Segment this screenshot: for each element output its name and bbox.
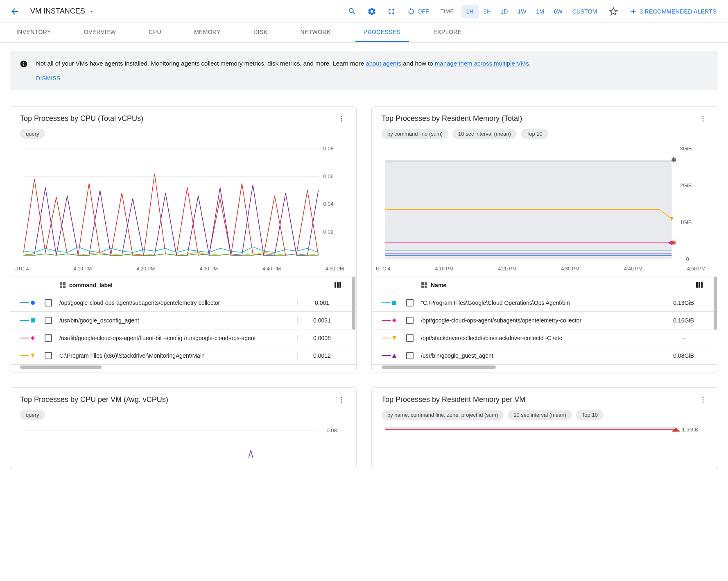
svg-rect-14 — [63, 286, 66, 288]
svg-point-22 — [703, 120, 704, 121]
table-row[interactable]: /usr/lib/google-cloud-ops-agent/fluent-b… — [10, 329, 356, 347]
time-range-6w[interactable]: 6W — [549, 5, 567, 18]
scrollbar-horizontal[interactable] — [382, 365, 708, 370]
breakdown-icon[interactable] — [421, 282, 431, 288]
chip[interactable]: Top 10 — [521, 129, 548, 139]
row-value: 0.0031 — [297, 317, 346, 324]
chart-mem-pervm[interactable]: 1.5GiB — [372, 426, 718, 452]
checkbox[interactable] — [406, 334, 414, 342]
table-row[interactable]: "C:\Program Files\Google\Cloud Operation… — [372, 294, 718, 312]
checkbox[interactable] — [406, 352, 414, 359]
chip[interactable]: by name, command line, zone, project id … — [382, 410, 504, 420]
info-banner: Not all of your VMs have agents installe… — [10, 51, 718, 90]
checkbox[interactable] — [45, 334, 52, 342]
columns-icon[interactable] — [696, 281, 708, 290]
time-range-1m[interactable]: 1M — [531, 5, 549, 18]
tab-bar: INVENTORYOVERVIEWCPUMEMORYDISKNETWORKPRO… — [0, 23, 728, 43]
scrollbar-vertical[interactable] — [714, 277, 717, 330]
chart-cpu-pervm[interactable]: 0.08 — [10, 426, 356, 460]
checkbox[interactable] — [45, 317, 52, 324]
table-row[interactable]: /opt/stackdriver/collectd/sbin/stackdriv… — [372, 329, 718, 347]
breakdown-icon[interactable] — [59, 282, 69, 288]
chip[interactable]: 10 sec interval (mean) — [508, 410, 572, 420]
card-mem-total: Top Processes by Resident Memory (Total)… — [371, 106, 718, 372]
row-value: 0.08GiB — [659, 352, 708, 359]
scrollbar-vertical[interactable] — [352, 277, 355, 330]
checkbox[interactable] — [406, 317, 414, 324]
svg-rect-11 — [60, 282, 62, 285]
table-row[interactable]: /usr/bin/google_guest_agent 0.08GiB — [372, 347, 718, 365]
table-row[interactable]: /opt/google-cloud-ops-agent/subagents/op… — [372, 312, 718, 329]
col-header-name[interactable]: Name — [431, 282, 696, 288]
tab-inventory[interactable]: INVENTORY — [8, 23, 59, 42]
more-icon[interactable] — [337, 395, 346, 405]
chip[interactable]: by command line (sum) — [382, 129, 448, 139]
tab-network[interactable]: NETWORK — [292, 23, 339, 42]
checkbox[interactable] — [406, 299, 414, 306]
svg-text:✱: ✱ — [671, 156, 676, 163]
columns-icon[interactable] — [334, 281, 346, 290]
chip[interactable]: query — [20, 129, 45, 139]
search-icon[interactable] — [344, 3, 360, 20]
table-row[interactable]: C:\Program Files (x86)\Stackdriver\Monit… — [10, 347, 356, 365]
table-row[interactable]: /opt/google-cloud-ops-agent/subagents/op… — [10, 294, 356, 312]
chart-cpu-total[interactable]: 0.020.040.060.08 — [10, 145, 356, 263]
table-row[interactable]: /usr/bin/google_osconfig_agent 0.0031 — [10, 312, 356, 329]
timezone-label: UTC-4 — [14, 266, 29, 272]
time-range-custom[interactable]: CUSTOM — [567, 5, 602, 18]
favorite-icon[interactable] — [605, 3, 622, 20]
svg-text:0.08: 0.08 — [323, 145, 334, 152]
more-icon[interactable] — [698, 114, 708, 124]
tab-overview[interactable]: OVERVIEW — [76, 23, 124, 42]
manage-vms-link[interactable]: manage them across multiple VMs — [435, 60, 529, 67]
tab-disk[interactable]: DISK — [245, 23, 276, 42]
checkbox[interactable] — [45, 352, 52, 359]
time-range-1w[interactable]: 1W — [513, 5, 531, 18]
chip[interactable]: Top 10 — [576, 410, 604, 420]
svg-rect-39 — [696, 282, 698, 288]
tab-cpu[interactable]: CPU — [140, 23, 170, 42]
time-range-6h[interactable]: 6H — [479, 5, 496, 18]
chevron-down-icon — [88, 9, 94, 14]
card-cpu-total: Top Processes by CPU (Total vCPUs) query… — [10, 106, 357, 372]
dismiss-button[interactable]: DISMISS — [36, 75, 708, 82]
col-header-name[interactable]: command_label — [69, 282, 334, 288]
svg-rect-40 — [699, 282, 700, 288]
x-tick: 4:40 PM — [624, 266, 642, 272]
more-icon[interactable] — [337, 114, 346, 124]
time-range-1d[interactable]: 1D — [495, 5, 513, 18]
about-agents-link[interactable]: about agents — [366, 60, 401, 67]
back-button[interactable] — [7, 3, 23, 20]
x-tick: 4:10 PM — [74, 266, 92, 272]
time-range-group: 1H6H1D1W1M6WCUSTOM — [461, 5, 602, 18]
svg-text:0: 0 — [686, 256, 689, 262]
row-name: /usr/lib/google-cloud-ops-agent/fluent-b… — [59, 335, 297, 341]
settings-icon[interactable] — [364, 3, 380, 20]
more-icon[interactable] — [698, 395, 708, 405]
tab-memory[interactable]: MEMORY — [186, 23, 229, 42]
svg-point-48 — [703, 397, 704, 398]
scrollbar-horizontal[interactable] — [20, 365, 346, 370]
checkbox[interactable] — [45, 299, 52, 306]
svg-text:0.06: 0.06 — [323, 173, 334, 179]
time-range-1h[interactable]: 1H — [461, 5, 479, 18]
svg-rect-23 — [385, 161, 672, 259]
fullscreen-icon[interactable] — [383, 3, 400, 20]
svg-rect-38 — [425, 286, 427, 288]
row-value: 0.16GiB — [659, 317, 708, 324]
page-title-dropdown[interactable]: VM INSTANCES — [26, 5, 98, 18]
tab-explore[interactable]: EXPLORE — [425, 23, 470, 42]
tab-processes[interactable]: PROCESSES — [355, 23, 409, 42]
svg-point-44 — [341, 399, 342, 400]
svg-text:3GiB: 3GiB — [680, 145, 692, 152]
recommended-alerts-button[interactable]: 3 RECOMMENDED ALERTS — [625, 5, 721, 18]
svg-text:2GiB: 2GiB — [680, 182, 692, 188]
chip[interactable]: 10 sec interval (mean) — [452, 129, 517, 139]
row-name: /opt/google-cloud-ops-agent/subagents/op… — [421, 317, 659, 324]
x-tick: 4:40 PM — [262, 266, 281, 272]
chip[interactable]: query — [20, 410, 45, 420]
svg-text:1.5GiB: 1.5GiB — [682, 427, 699, 433]
auto-refresh-toggle[interactable]: OFF — [403, 5, 433, 18]
off-label: OFF — [418, 8, 429, 15]
chart-mem-total[interactable]: ✱1GiB2GiB3GiB0 — [372, 145, 718, 263]
